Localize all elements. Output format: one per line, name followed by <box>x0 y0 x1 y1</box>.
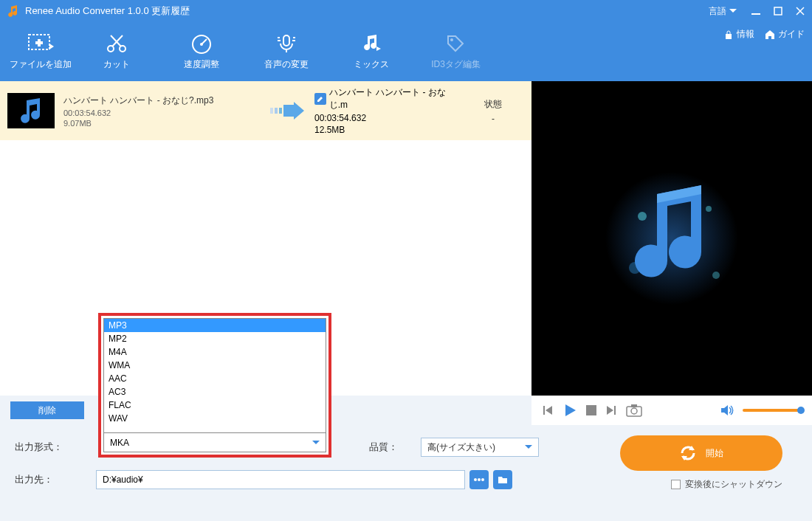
input-filename: ハンバート ハンバート - おなじ?.mp3 <box>63 94 263 107</box>
volume-slider[interactable] <box>743 409 802 412</box>
titlebar: Renee Audio Converter 1.0.0 更新履歴 言語 <box>0 0 812 22</box>
output-size: 12.5MB <box>314 125 462 135</box>
svg-point-24 <box>478 478 481 481</box>
preview-panel <box>531 81 812 396</box>
snapshot-button[interactable] <box>626 404 642 417</box>
player-controls <box>531 396 812 425</box>
format-option[interactable]: AC3 <box>104 385 326 398</box>
chevron-down-icon <box>312 441 320 445</box>
speed-button[interactable]: 速度調整 <box>159 26 244 77</box>
svg-point-6 <box>200 43 203 46</box>
close-button[interactable] <box>796 7 805 15</box>
format-listbox[interactable]: MP3MP2M4AWMAAACAC3FLACWAV <box>103 318 326 433</box>
stop-button[interactable] <box>586 405 596 415</box>
mic-icon <box>275 33 297 54</box>
format-option[interactable]: M4A <box>104 345 326 359</box>
home-icon <box>765 30 775 40</box>
svg-rect-9 <box>726 34 732 39</box>
tag-icon <box>445 33 467 54</box>
chevron-down-icon <box>729 9 737 13</box>
prev-button[interactable] <box>542 404 554 416</box>
add-file-button[interactable]: ファイルを追加 <box>7 26 74 77</box>
file-thumbnail <box>7 93 55 128</box>
output-label: 出力先： <box>15 473 96 486</box>
arrow-icon <box>263 102 314 120</box>
edit-icon[interactable] <box>314 93 326 105</box>
cut-button[interactable]: カット <box>74 26 159 77</box>
svg-rect-1 <box>774 7 782 15</box>
preview-music-icon <box>598 165 746 312</box>
output-filename: ハンバート ハンバート - おなじ.m <box>329 86 462 111</box>
format-option[interactable]: MP3 <box>104 319 326 332</box>
svg-rect-7 <box>283 35 289 46</box>
mix-button[interactable]: ミックス <box>328 26 413 77</box>
svg-point-25 <box>481 478 484 481</box>
quality-label: 品質： <box>369 441 421 454</box>
svg-rect-26 <box>672 480 681 489</box>
format-label: 出力形式： <box>15 441 96 454</box>
svg-point-23 <box>474 478 477 481</box>
state-label: 状態 <box>462 98 524 111</box>
voice-change-button[interactable]: 音声の変更 <box>244 26 328 77</box>
format-option[interactable]: FLAC <box>104 398 326 412</box>
main-toolbar: ファイルを追加 カット 速度調整 音声の変更 ミックス ID3タグ編集 情報 ガ… <box>0 22 812 81</box>
lock-icon <box>723 30 734 40</box>
language-dropdown[interactable]: 言語 <box>709 5 737 18</box>
svg-rect-10 <box>270 108 273 114</box>
svg-rect-11 <box>275 108 278 114</box>
svg-point-15 <box>638 212 647 221</box>
format-option[interactable]: WAV <box>104 412 326 425</box>
svg-rect-12 <box>279 108 282 114</box>
file-row[interactable]: ハンバート ハンバート - おなじ?.mp3 00:03:54.632 9.07… <box>0 81 531 140</box>
start-button[interactable]: 開始 <box>620 435 782 471</box>
film-add-icon <box>27 33 54 54</box>
scissors-icon <box>106 33 128 54</box>
svg-rect-0 <box>751 13 760 15</box>
format-dropdown: MP3MP2M4AWMAAACAC3FLACWAV MKA <box>98 313 331 458</box>
window-title: Renee Audio Converter 1.0.0 更新履歴 <box>25 4 709 18</box>
state-value: - <box>462 114 524 124</box>
browse-folder-button[interactable] <box>493 470 512 489</box>
music-mix-icon <box>360 33 382 54</box>
input-duration: 00:03:54.632 <box>63 108 263 117</box>
shutdown-checkbox[interactable]: 変換後にシャットダウン <box>671 478 782 491</box>
delete-button[interactable]: 削除 <box>10 401 84 419</box>
music-note-icon <box>16 97 46 124</box>
input-size: 9.07MB <box>63 119 263 128</box>
svg-rect-22 <box>631 404 637 407</box>
format-option[interactable]: AAC <box>104 372 326 385</box>
svg-point-18 <box>712 272 720 279</box>
format-selected-combo[interactable]: MKA <box>103 433 326 452</box>
gauge-icon <box>190 33 213 54</box>
minimize-button[interactable] <box>751 7 760 15</box>
maximize-button[interactable] <box>774 7 782 15</box>
output-duration: 00:03:54.632 <box>314 113 462 123</box>
volume-icon[interactable] <box>720 404 734 416</box>
next-button[interactable] <box>605 404 617 416</box>
chevron-down-icon <box>525 445 532 449</box>
format-option[interactable]: MP2 <box>104 332 326 345</box>
id3-edit-button: ID3タグ編集 <box>413 26 498 77</box>
path-options-button[interactable] <box>469 470 489 489</box>
svg-point-16 <box>706 206 712 212</box>
play-button[interactable] <box>562 403 577 418</box>
app-logo-icon <box>7 5 19 17</box>
output-path-input[interactable] <box>96 470 465 489</box>
svg-point-21 <box>631 408 637 414</box>
quality-combo[interactable]: 高(サイズ大きい) <box>421 438 539 457</box>
svg-rect-19 <box>586 405 596 415</box>
format-option[interactable]: WMA <box>104 359 326 372</box>
info-button[interactable]: 情報 <box>723 22 754 41</box>
svg-point-8 <box>450 38 453 41</box>
guide-button[interactable]: ガイド <box>765 22 805 41</box>
refresh-icon <box>679 444 697 462</box>
